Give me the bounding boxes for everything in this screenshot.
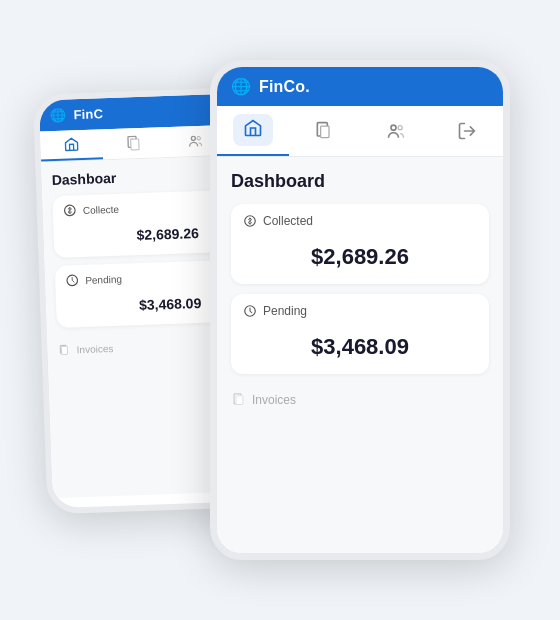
front-nav-documents[interactable] [289, 106, 361, 156]
front-nav-home[interactable] [217, 106, 289, 156]
front-pending-card: Pending $3,468.09 [231, 294, 489, 374]
svg-point-2 [191, 136, 195, 140]
front-collected-card: Collected $2,689.26 [231, 204, 489, 284]
phone-front: 🌐 FinCo. [210, 60, 510, 560]
front-app-name: FinCo. [259, 78, 310, 96]
svg-rect-1 [131, 139, 139, 150]
front-content: Dashboard Collected $2,689.26 [217, 157, 503, 553]
front-documents-icon [314, 121, 334, 141]
back-app-name: FinCo. [73, 106, 115, 122]
front-page-title: Dashboard [231, 171, 489, 192]
back-documents-icon [125, 135, 142, 152]
front-nav [217, 106, 503, 157]
front-invoices-item: Invoices [231, 384, 489, 407]
front-invoices-icon [231, 392, 246, 407]
back-users-icon [187, 133, 204, 150]
front-logo-icon: 🌐 [231, 77, 251, 96]
scene: 🌐 FinCo. [40, 30, 520, 590]
front-pending-label: Pending [243, 304, 477, 318]
front-home-icon [243, 118, 263, 138]
back-home-icon [63, 136, 80, 153]
front-dollar-circle-icon [243, 214, 257, 228]
svg-point-11 [398, 126, 402, 130]
front-clock-icon [243, 304, 257, 318]
back-dollar-icon [63, 203, 77, 217]
front-collected-label: Collected [243, 214, 477, 228]
svg-rect-15 [236, 396, 243, 405]
back-invoices-icon [57, 344, 70, 357]
front-collected-amount: $2,689.26 [243, 236, 477, 274]
back-logo-icon: 🌐 [49, 108, 66, 124]
front-pending-amount: $3,468.09 [243, 326, 477, 364]
front-users-icon [386, 121, 406, 141]
svg-rect-9 [321, 126, 329, 138]
front-invoices-label: Invoices [252, 393, 296, 407]
front-collected-text: Collected [263, 214, 313, 228]
back-clock-icon [65, 273, 79, 287]
svg-rect-7 [61, 346, 67, 354]
svg-point-10 [391, 125, 396, 130]
front-pending-text: Pending [263, 304, 307, 318]
back-nav-home[interactable] [40, 129, 103, 161]
front-logout-icon [457, 121, 477, 141]
front-nav-users[interactable] [360, 106, 432, 156]
back-nav-documents[interactable] [102, 127, 165, 159]
front-header: 🌐 FinCo. [217, 67, 503, 106]
svg-point-3 [197, 137, 200, 140]
front-nav-logout[interactable] [432, 106, 504, 156]
